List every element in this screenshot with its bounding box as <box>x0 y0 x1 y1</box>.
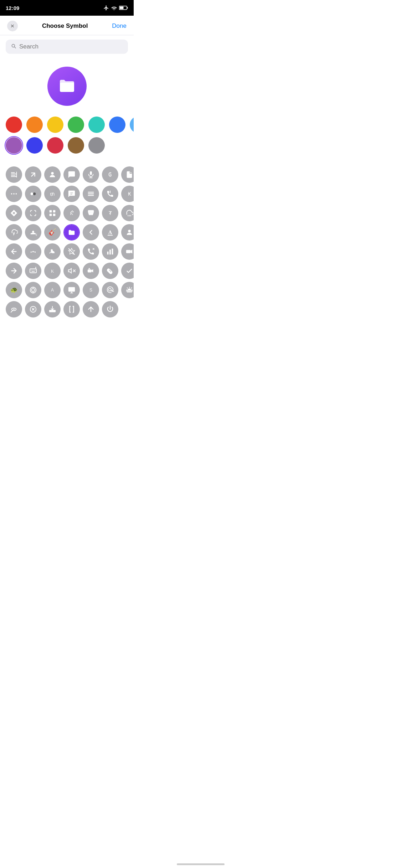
symbol-currency-g[interactable]: ₲ <box>102 166 118 183</box>
symbol-phone-down[interactable] <box>102 186 118 202</box>
symbol-a-circle[interactable]: A <box>44 282 61 298</box>
symbol-doc[interactable] <box>121 166 134 183</box>
symbol-message[interactable] <box>63 166 80 183</box>
color-brown[interactable] <box>68 137 84 154</box>
symbol-arrow-up-left[interactable] <box>25 166 41 183</box>
done-button[interactable]: Done <box>112 22 127 30</box>
symbol-s-circle[interactable]: S <box>83 282 99 298</box>
symbol-currency-kip[interactable]: ₭ <box>121 186 134 202</box>
symbol-dot-radiowaves[interactable] <box>25 243 41 260</box>
symbol-speaker-slash[interactable] <box>63 263 80 279</box>
status-time: 12:09 <box>6 5 19 11</box>
symbol-folder-selected[interactable] <box>63 224 80 241</box>
symbol-person-cloud[interactable] <box>44 243 61 260</box>
symbol-target[interactable] <box>25 282 41 298</box>
svg-rect-29 <box>53 210 55 212</box>
symbol-x-circle[interactable] <box>25 301 41 317</box>
svg-rect-30 <box>50 214 52 216</box>
svg-rect-6 <box>11 174 17 174</box>
header: ✕ Choose Symbol Done <box>0 16 134 35</box>
symbol-at-minus[interactable] <box>102 282 118 298</box>
svg-text:S: S <box>89 288 92 293</box>
symbol-letter-a[interactable]: A <box>102 224 118 241</box>
svg-point-10 <box>51 172 53 175</box>
symbol-row-6: K <box>6 263 128 279</box>
svg-point-14 <box>13 193 15 195</box>
symbol-tray2[interactable] <box>44 301 61 317</box>
symbol-pill[interactable] <box>102 263 118 279</box>
symbol-power[interactable] <box>102 301 118 317</box>
symbol-arrow-up[interactable] <box>83 301 99 317</box>
symbol-phone-out[interactable] <box>83 243 99 260</box>
symbol-tortoise[interactable]: 🐢 <box>6 282 22 298</box>
symbol-chat-lines[interactable] <box>63 186 80 202</box>
search-icon <box>11 43 16 50</box>
svg-rect-47 <box>109 250 111 255</box>
symbol-tray[interactable] <box>83 205 99 221</box>
symbol-row-8 <box>6 301 128 317</box>
symbol-bracket-left[interactable] <box>63 301 80 317</box>
color-row-1 <box>6 117 128 133</box>
svg-rect-1 <box>120 7 124 9</box>
header-title: Choose Symbol <box>42 22 88 30</box>
color-purple[interactable] <box>6 137 22 154</box>
symbol-guitar[interactable]: 🎸 <box>44 224 61 241</box>
color-lightblue[interactable] <box>130 117 134 133</box>
symbol-monitor[interactable] <box>63 282 80 298</box>
color-orange[interactable] <box>26 117 43 133</box>
svg-text:🎸: 🎸 <box>48 228 56 236</box>
selected-symbol-preview <box>47 67 87 106</box>
symbol-cloud-bolt[interactable] <box>6 224 22 241</box>
color-yellow[interactable] <box>47 117 63 133</box>
svg-text:@: @ <box>35 233 37 236</box>
svg-rect-49 <box>126 250 131 253</box>
symbol-row-4: @ 🎸 A <box>6 224 128 241</box>
search-input[interactable] <box>19 43 123 50</box>
symbol-eye-circle[interactable] <box>6 301 22 317</box>
symbol-xmark-diamond[interactable] <box>6 205 22 221</box>
symbol-checkmark[interactable] <box>121 263 134 279</box>
symbol-align-right[interactable] <box>6 166 22 183</box>
symbol-scan[interactable] <box>25 205 41 221</box>
color-blue[interactable] <box>109 117 125 133</box>
symbol-person-at[interactable]: @ <box>25 224 41 241</box>
symbol-currency-m[interactable]: ₥ <box>44 186 61 202</box>
svg-text:🐢: 🐢 <box>10 286 18 294</box>
color-teal[interactable] <box>88 117 105 133</box>
svg-rect-50 <box>30 269 36 273</box>
symbol-row-7: 🐢 A S <box>6 282 128 298</box>
symbol-row-2: ₥ ₭ <box>6 186 128 202</box>
color-gray[interactable] <box>88 137 105 154</box>
symbol-arrow-left[interactable] <box>6 243 22 260</box>
symbol-chart-bar[interactable] <box>102 243 118 260</box>
svg-point-42 <box>128 230 130 232</box>
symbol-keyboard-plus[interactable] <box>25 263 41 279</box>
symbol-cloud-rain[interactable] <box>121 205 134 221</box>
symbol-lines[interactable] <box>83 186 99 202</box>
symbol-video-plus[interactable] <box>83 263 99 279</box>
symbol-ellipsis[interactable] <box>6 186 22 202</box>
symbol-chevron-left[interactable] <box>83 224 99 241</box>
symbol-person[interactable] <box>44 166 61 183</box>
symbol-sun-horizon[interactable] <box>121 282 134 298</box>
svg-text:₲: ₲ <box>108 172 112 177</box>
svg-rect-28 <box>50 210 52 212</box>
symbol-currency-tugrik[interactable]: ₮ <box>102 205 118 221</box>
wifi-icon <box>111 6 117 10</box>
symbol-grid[interactable] <box>44 205 61 221</box>
symbol-arrow-right[interactable] <box>6 263 22 279</box>
battery-icon <box>119 6 128 10</box>
symbol-mic[interactable] <box>83 166 99 183</box>
symbol-person-fill[interactable] <box>121 224 134 241</box>
color-crimson[interactable] <box>47 137 63 154</box>
symbol-flickr[interactable] <box>25 186 41 202</box>
color-green[interactable] <box>68 117 84 133</box>
color-indigo[interactable] <box>26 137 43 154</box>
color-red[interactable] <box>6 117 22 133</box>
svg-text:₥: ₥ <box>50 191 55 197</box>
symbol-star-slash[interactable] <box>63 243 80 260</box>
symbol-k-arrow[interactable]: K <box>63 205 80 221</box>
close-button[interactable]: ✕ <box>7 21 18 31</box>
symbol-k-circle[interactable]: K <box>44 263 61 279</box>
symbol-phone-video[interactable] <box>121 243 134 260</box>
